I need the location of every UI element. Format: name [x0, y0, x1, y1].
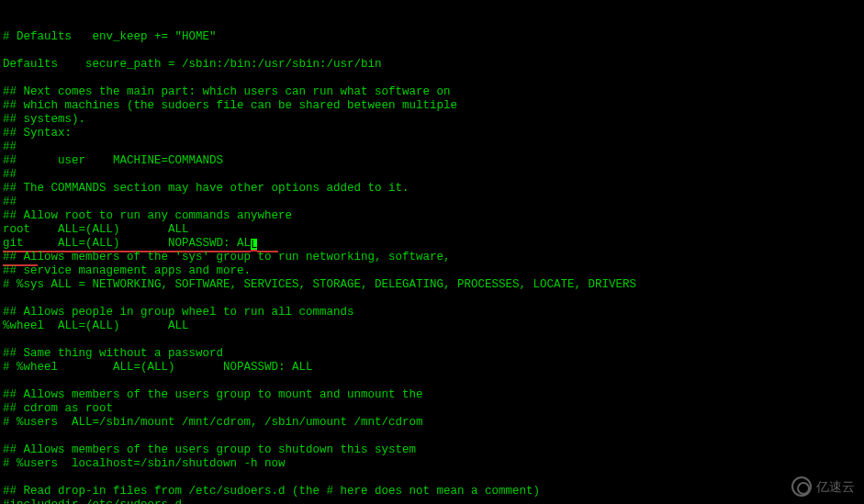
- watermark-text: 亿速云: [816, 480, 855, 494]
- code-line: ## Read drop-in files from /etc/sudoers.…: [3, 485, 861, 498]
- watermark-logo: 亿速云: [791, 476, 855, 497]
- code-line: %wheel ALL=(ALL) ALL: [3, 319, 861, 333]
- code-line: ##: [3, 196, 861, 209]
- code-line: # Defaults env_keep += "HOME": [3, 30, 861, 44]
- code-line: ## user MACHINE=COMMANDS: [3, 154, 861, 168]
- code-line: ## Syntax:: [3, 127, 861, 140]
- text-cursor: L: [251, 239, 257, 252]
- code-line: # %sys ALL = NETWORKING, SOFTWARE, SERVI…: [3, 278, 861, 292]
- code-line: #includedir /etc/sudoers.d: [3, 498, 861, 504]
- code-line: [3, 471, 861, 485]
- code-line: ## The COMMANDS section may have other o…: [3, 182, 861, 196]
- code-line: # %users ALL=/sbin/mount /mnt/cdrom, /sb…: [3, 416, 861, 430]
- code-line: ## service management apps and more.: [3, 264, 861, 278]
- code-line: [3, 375, 861, 388]
- code-line: ## which machines (the sudoers file can …: [3, 99, 861, 113]
- code-line: ## Allows members of the users group to …: [3, 388, 861, 402]
- code-line: ## Next comes the main part: which users…: [3, 85, 861, 99]
- code-line: Defaults secure_path = /sbin:/bin:/usr/s…: [3, 58, 861, 72]
- code-line: [3, 430, 861, 443]
- code-line: # %wheel ALL=(ALL) NOPASSWD: ALL: [3, 361, 861, 375]
- code-line: [3, 292, 861, 306]
- code-line: ## Allows people in group wheel to run a…: [3, 306, 861, 319]
- code-line: ## systems).: [3, 113, 861, 127]
- code-line: [3, 333, 861, 347]
- code-line: ## Allow root to run any commands anywhe…: [3, 209, 861, 223]
- cursor-line: git ALL=(ALL) NOPASSWD: ALL: [3, 237, 861, 251]
- code-line: ## Same thing without a password: [3, 347, 861, 361]
- cloud-icon: [791, 476, 812, 497]
- code-line: ## Allows members of the users group to …: [3, 443, 861, 457]
- code-line: # %users localhost=/sbin/shutdown -h now: [3, 457, 861, 471]
- code-line: ##: [3, 168, 861, 182]
- file-content: # Defaults env_keep += "HOME" Defaults s…: [3, 30, 861, 504]
- terminal-editor[interactable]: # Defaults env_keep += "HOME" Defaults s…: [3, 3, 861, 504]
- code-line: [3, 72, 861, 85]
- code-line: ##: [3, 140, 861, 154]
- code-line: [3, 44, 861, 58]
- code-line: ## cdrom as root: [3, 402, 861, 416]
- code-line: root ALL=(ALL) ALL: [3, 223, 861, 237]
- code-line: ## Allows members of the 'sys' group to …: [3, 251, 861, 264]
